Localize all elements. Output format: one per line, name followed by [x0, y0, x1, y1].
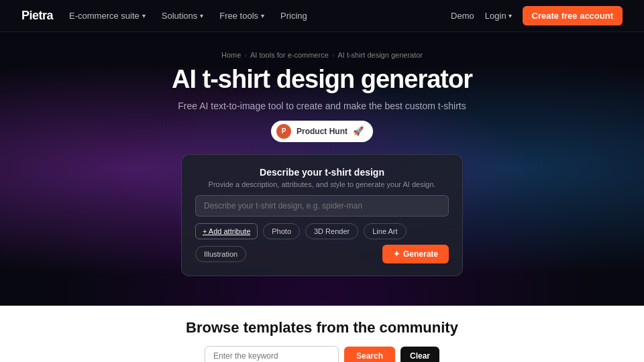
hero-section: Home › AI tools for e-commerce › AI t-sh…: [0, 32, 644, 306]
design-tool-actions: + Add attribute Photo 3D Render Line Art…: [195, 223, 449, 263]
design-input[interactable]: [195, 195, 449, 217]
style-3d-button[interactable]: 3D Render: [305, 223, 358, 239]
page-title: AI t-shirt design generator: [13, 66, 631, 94]
nav-left: Pietra E-commerce suite ▾ Solutions ▾ Fr…: [21, 9, 307, 23]
hero-subtitle: Free AI text-to-image tool to create and…: [13, 101, 631, 111]
logo[interactable]: Pietra: [21, 9, 53, 23]
design-tool-panel: Describe your t-shirt design Provide a d…: [181, 154, 463, 276]
search-button[interactable]: Search: [344, 347, 395, 362]
nav-pricing[interactable]: Pricing: [280, 11, 307, 21]
product-hunt-badge[interactable]: P Product Hunt 🚀: [271, 121, 373, 142]
chevron-down-icon: ▾: [261, 12, 264, 19]
design-tool-subtitle: Provide a description, attributes, and s…: [195, 180, 449, 188]
login-link[interactable]: Login ▾: [485, 11, 512, 21]
hero-content: Home › AI tools for e-commerce › AI t-sh…: [13, 51, 631, 276]
chevron-down-icon: ▾: [200, 12, 203, 19]
ph-text: Product Hunt: [297, 127, 347, 136]
breadcrumb-separator: ›: [244, 51, 247, 59]
add-attribute-button[interactable]: + Add attribute: [195, 223, 258, 239]
style-illustration-button[interactable]: Illustration: [195, 246, 246, 262]
nav-free-tools[interactable]: Free tools ▾: [219, 11, 264, 21]
nav-solutions[interactable]: Solutions ▾: [162, 11, 203, 21]
ph-logo-icon: P: [276, 124, 291, 139]
chevron-down-icon: ▾: [508, 12, 512, 19]
breadcrumb-current: AI t-shirt design generator: [337, 51, 423, 59]
style-photo-button[interactable]: Photo: [263, 223, 300, 239]
ph-rocket-icon: 🚀: [353, 126, 364, 136]
design-tool-title: Describe your t-shirt design: [195, 167, 449, 178]
breadcrumb-ai-tools[interactable]: AI tools for e-commerce: [250, 51, 329, 59]
create-account-button[interactable]: Create free account: [523, 6, 623, 25]
style-lineart-button[interactable]: Line Art: [364, 223, 406, 239]
browse-section: Browse templates from the community Sear…: [0, 306, 644, 362]
search-bar: Search Clear: [16, 346, 628, 362]
nav-right: Demo Login ▾ Create free account: [451, 6, 623, 25]
nav-ecommerce[interactable]: E-commerce suite ▾: [69, 11, 146, 21]
generate-spark-icon: ✦: [393, 249, 400, 259]
clear-button[interactable]: Clear: [400, 347, 439, 362]
browse-title: Browse templates from the community: [16, 319, 628, 337]
search-input[interactable]: [205, 346, 339, 362]
demo-link[interactable]: Demo: [451, 11, 474, 21]
breadcrumb: Home › AI tools for e-commerce › AI t-sh…: [13, 51, 631, 59]
generate-button[interactable]: ✦ Generate: [382, 245, 449, 263]
breadcrumb-separator: ›: [332, 51, 335, 59]
breadcrumb-home[interactable]: Home: [221, 51, 241, 59]
chevron-down-icon: ▾: [142, 12, 146, 19]
navbar: Pietra E-commerce suite ▾ Solutions ▾ Fr…: [0, 0, 644, 32]
